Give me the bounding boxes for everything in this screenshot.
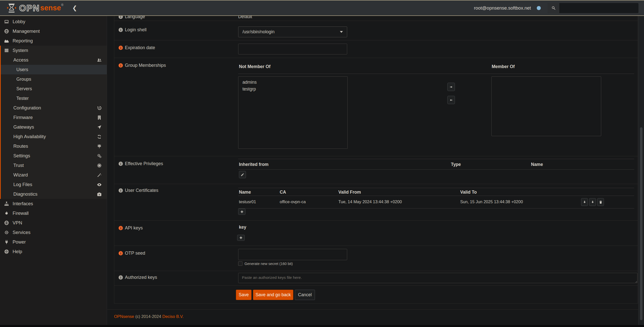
sidebar-item-power[interactable]: Power [0, 237, 107, 247]
search-input[interactable] [560, 3, 638, 13]
member-of-listbox[interactable] [491, 76, 601, 136]
area-chart-icon [4, 38, 10, 43]
info-icon[interactable]: i [119, 275, 123, 280]
form-row-effective-privileges: i Effective Privileges Inherited from Ty… [114, 156, 638, 184]
sidebar-item-label: VPN [13, 220, 22, 226]
field-label: i Effective Privileges [119, 161, 163, 166]
info-icon[interactable]: i [119, 63, 123, 68]
sidebar-item-services[interactable]: Services [0, 228, 107, 237]
opnsense-logo[interactable]: OPNsense® [7, 3, 63, 13]
field-label: i Login shell [119, 27, 147, 33]
sidebar-item-configuration[interactable]: Configuration [1, 103, 107, 113]
authorized-keys-textarea[interactable] [238, 273, 637, 283]
cancel-button[interactable]: Cancel [295, 290, 315, 300]
download-certificate-button[interactable] [581, 198, 588, 206]
arrow-left-icon [449, 98, 453, 102]
info-icon[interactable]: i [119, 162, 123, 166]
sidebar-item-wizard[interactable]: Wizard [1, 170, 107, 180]
sidebar-item-vpn[interactable]: VPN [0, 218, 107, 228]
sidebar-item-tester[interactable]: Tester [1, 94, 107, 103]
footer-divider [107, 309, 644, 310]
add-certificate-button[interactable] [238, 209, 245, 215]
collapse-sidebar-icon[interactable]: ❮ [72, 5, 77, 11]
api-keys-label: API keys [125, 225, 143, 231]
form-row-user-certificates: i User Certificates Name CA Valid From V… [114, 184, 638, 221]
search-button[interactable] [548, 3, 560, 13]
remove-from-group-button[interactable] [447, 96, 455, 104]
logged-in-user[interactable]: root@opnsense.softbox.net [474, 5, 531, 11]
sidebar-item-servers[interactable]: Servers [1, 84, 107, 94]
info-icon[interactable]: i [119, 251, 123, 255]
info-icon[interactable]: i [119, 226, 123, 230]
certificates-table-header: Name CA Valid From Valid To [238, 188, 634, 196]
expiration-date-input[interactable] [238, 44, 347, 54]
sidebar-item-trust[interactable]: Trust [1, 161, 107, 170]
save-and-go-back-button[interactable]: Save and go back [253, 290, 293, 300]
list-item[interactable]: testgrp [238, 86, 347, 93]
scrollbar-thumb[interactable] [640, 127, 642, 320]
sidebar-item-help[interactable]: Help [0, 247, 107, 256]
opnsense-footer-link[interactable]: OPNsense [114, 314, 134, 319]
fire-icon [4, 211, 10, 216]
sidebar: Lobby Management Reporting System Access… [0, 16, 107, 325]
delete-certificate-button[interactable] [597, 198, 604, 206]
add-api-key-button[interactable] [237, 235, 245, 241]
field-label: i OTP seed [119, 251, 145, 256]
login-shell-selected-value: /usr/sbin/nologin [242, 29, 274, 35]
search-icon [551, 6, 556, 10]
sidebar-item-log-files[interactable]: Log Files [1, 180, 107, 189]
info-icon[interactable]: i [119, 16, 123, 19]
sidebar-item-settings[interactable]: Settings [1, 151, 107, 161]
otp-seed-input[interactable] [238, 249, 347, 260]
sidebar-item-system[interactable]: System [1, 46, 107, 55]
scrollbar-track[interactable] [638, 16, 644, 325]
sidebar-item-label: Tester [16, 96, 29, 101]
generate-secret-option[interactable]: Generate new secret (160 bit) [238, 261, 293, 266]
sidebar-item-routes[interactable]: Routes [1, 141, 107, 151]
sidebar-item-label: Log Files [13, 182, 32, 187]
column-name: Name [239, 190, 251, 195]
not-member-of-listbox[interactable]: admins testgrp [238, 76, 348, 149]
sidebar-item-label: Configuration [13, 105, 41, 111]
sidebar-item-interfaces[interactable]: Interfaces [0, 199, 107, 209]
download-key-button[interactable] [589, 198, 596, 206]
sidebar-item-gateways[interactable]: Gateways [1, 122, 107, 132]
sidebar-item-users[interactable]: Users [1, 65, 107, 74]
form-row-otp-seed: i OTP seed Generate new secret (160 bit) [114, 246, 638, 271]
topbar-right: root@opnsense.softbox.net [474, 3, 638, 13]
refresh-icon [97, 134, 102, 139]
add-to-group-button[interactable] [447, 83, 455, 91]
deciso-footer-link[interactable]: Deciso B.V. [162, 314, 184, 319]
server-stack-icon [4, 48, 10, 53]
sidebar-item-reporting[interactable]: Reporting [0, 36, 107, 46]
generate-secret-checkbox[interactable] [238, 261, 242, 266]
sidebar-item-firmware[interactable]: Firmware [1, 113, 107, 122]
sidebar-item-label: Settings [13, 153, 30, 159]
login-shell-select[interactable]: /usr/sbin/nologin [238, 26, 347, 37]
footer: OPNsense (c) 2014-2024 Deciso B.V. [114, 314, 184, 319]
checkbox-label: Generate new secret (160 bit) [244, 262, 293, 266]
certificate-valid-to: Sun, 15 Jun 2025 13:44:38 +0200 [460, 199, 523, 204]
sidebar-item-label: Routes [13, 143, 28, 149]
form-actions-row: Save Save and go back Cancel [114, 286, 638, 304]
edit-privileges-button[interactable] [239, 171, 246, 178]
login-shell-label: Login shell [125, 27, 147, 33]
list-item[interactable]: admins [238, 79, 347, 86]
field-label: i Expiration date [119, 45, 155, 50]
sidebar-item-lobby[interactable]: Lobby [0, 17, 107, 26]
info-icon[interactable]: i [119, 188, 123, 193]
sidebar-item-groups[interactable]: Groups [1, 74, 107, 84]
table-row: testusr01 office-ovpn-ca Tue, 14 May 202… [238, 196, 634, 209]
life-ring-icon [4, 249, 10, 254]
privileges-table: Inherited from Type Name [238, 159, 634, 170]
info-icon[interactable]: i [119, 28, 123, 32]
sidebar-item-management[interactable]: Management [0, 26, 107, 36]
info-icon[interactable]: i [119, 46, 123, 50]
sidebar-item-diagnostics[interactable]: Diagnostics [1, 189, 107, 199]
save-button[interactable]: Save [236, 290, 252, 300]
sidebar-item-high-availability[interactable]: High Availability [1, 132, 107, 141]
form-row-authorized-keys: i Authorized keys [114, 271, 638, 286]
sidebar-item-firewall[interactable]: Firewall [0, 209, 107, 218]
sidebar-item-label: Management [13, 28, 40, 34]
sidebar-item-access[interactable]: Access [1, 55, 107, 65]
